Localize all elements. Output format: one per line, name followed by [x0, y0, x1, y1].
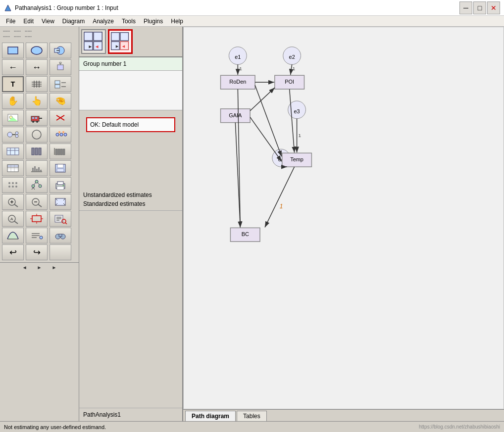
scroll-right-arrow[interactable]: ►: [37, 265, 42, 270]
diagram-input-button[interactable]: [81, 29, 106, 54]
arrow-left-tool[interactable]: ←: [2, 59, 24, 75]
svg-rect-16: [55, 85, 60, 88]
tab-path-diagram[interactable]: Path diagram: [185, 411, 236, 421]
maximize-button[interactable]: □: [473, 1, 486, 14]
svg-rect-23: [32, 117, 34, 119]
menu-file[interactable]: File: [2, 17, 19, 26]
e1-label: e1: [235, 54, 241, 60]
list-edit-tool[interactable]: [26, 228, 48, 243]
svg-point-38: [58, 131, 60, 133]
undo-tool[interactable]: ↩: [2, 244, 24, 260]
calendar-tool[interactable]: [2, 160, 24, 176]
dotmatrix-tool[interactable]: [2, 177, 24, 193]
bell-curve-tool[interactable]: [2, 228, 24, 243]
table-tool[interactable]: [2, 144, 24, 159]
group-number-content: [79, 71, 182, 110]
svg-point-36: [60, 133, 63, 136]
left-toolbar: ••••• ••••• ••••• ••••• ••••• •••••: [0, 27, 79, 421]
top-toolbar: [79, 27, 182, 57]
svg-rect-48: [55, 149, 57, 155]
bars-tool[interactable]: [26, 144, 48, 159]
binoculars-tool[interactable]: [50, 228, 71, 243]
save-tool[interactable]: [50, 160, 71, 176]
picture-tool[interactable]: [2, 110, 24, 126]
menu-help[interactable]: Help: [167, 17, 187, 26]
search-zoom-tool[interactable]: A: [2, 211, 24, 227]
svg-point-25: [32, 121, 34, 123]
hand-open-tool[interactable]: ✋: [2, 93, 24, 109]
menu-tools[interactable]: Tools: [118, 17, 140, 26]
svg-point-67: [12, 182, 14, 184]
close-button[interactable]: ✕: [487, 1, 500, 14]
menu-edit[interactable]: Edit: [19, 17, 38, 26]
svg-point-69: [8, 186, 10, 188]
svg-point-39: [62, 131, 64, 133]
ok-model-container: OK: Default model: [79, 110, 182, 139]
menu-view[interactable]: View: [38, 17, 58, 26]
scroll-right2-arrow[interactable]: ►: [51, 265, 56, 270]
circle-tool[interactable]: [26, 127, 48, 143]
menu-plugins[interactable]: Plugins: [140, 17, 167, 26]
svg-rect-24: [35, 117, 37, 119]
tab-tables[interactable]: Tables: [237, 411, 267, 421]
unstandardized-estimates-item[interactable]: Unstandardized estimates: [83, 191, 178, 199]
minimize-button[interactable]: ─: [459, 1, 472, 14]
svg-line-84: [14, 204, 18, 207]
svg-rect-1: [8, 47, 18, 54]
svg-point-66: [8, 182, 10, 184]
target-tool[interactable]: [26, 211, 48, 227]
grid-tool[interactable]: [26, 76, 48, 92]
tree-tool[interactable]: [26, 177, 48, 193]
hand-move-tool[interactable]: 🤏: [50, 93, 71, 109]
latent-tool[interactable]: [50, 59, 71, 75]
svg-rect-90: [55, 198, 65, 205]
more-tool[interactable]: [50, 76, 71, 92]
svg-point-68: [15, 182, 17, 184]
titlebar-controls: ─ □ ✕: [459, 1, 500, 14]
ellipse-tool[interactable]: [26, 43, 48, 58]
print-tool[interactable]: [50, 177, 71, 193]
tabs-bar: Path diagram Tables: [183, 409, 504, 421]
zoom-in-tool[interactable]: [2, 194, 24, 210]
poi-text: POI: [285, 79, 294, 85]
svg-point-113: [40, 236, 43, 239]
svg-line-108: [65, 223, 67, 224]
main-container: ••••• ••••• ••••• ••••• ••••• •••••: [0, 27, 504, 421]
arrow-both-tool[interactable]: ↔: [26, 59, 48, 75]
dots-tool[interactable]: [50, 127, 71, 143]
fit-tool[interactable]: [50, 194, 71, 210]
path-analysis-label[interactable]: PathAnalysis1: [83, 411, 178, 418]
svg-rect-40: [7, 148, 19, 155]
svg-rect-123: [111, 33, 120, 41]
connect-tool[interactable]: [2, 127, 24, 143]
title-tool[interactable]: T: [2, 76, 24, 92]
text-search-tool[interactable]: [50, 211, 71, 227]
redo-tool[interactable]: ↪: [26, 244, 48, 260]
standardized-estimates-item[interactable]: Standardized estimates: [83, 199, 178, 208]
svg-rect-50: [60, 149, 62, 155]
svg-rect-53: [7, 165, 18, 167]
error-tool[interactable]: [50, 110, 71, 126]
multi-bar-tool[interactable]: [26, 160, 48, 176]
svg-point-82: [63, 185, 64, 187]
svg-point-34: [32, 130, 41, 139]
menu-analyze[interactable]: Analyze: [89, 17, 118, 26]
scroll-left-arrow[interactable]: ◄: [22, 265, 27, 270]
tools-grid: ← ↔ T: [0, 41, 79, 262]
canvas-content: e1 e2 e3 e4 RoDen POI GAIA: [183, 27, 504, 409]
rectangle-tool[interactable]: [2, 43, 24, 58]
diagram-output-button[interactable]: [108, 29, 133, 54]
zoom-out-tool[interactable]: [26, 194, 48, 210]
svg-point-76: [39, 185, 42, 188]
bus-tool[interactable]: [26, 110, 48, 126]
ok-model-panel[interactable]: OK: Default model: [86, 117, 175, 132]
indicator-tool[interactable]: [50, 43, 71, 58]
e3-label-1: 1: [299, 133, 302, 138]
status-url: https://blog.csdn.net/zhabushibiaoshi: [419, 424, 500, 430]
svg-rect-81: [57, 187, 64, 190]
waves-tool[interactable]: [50, 144, 71, 159]
svg-rect-15: [55, 81, 60, 84]
hand-point-tool[interactable]: 👆: [26, 93, 48, 109]
e3-label: e3: [294, 108, 300, 114]
menu-diagram[interactable]: Diagram: [58, 17, 89, 26]
